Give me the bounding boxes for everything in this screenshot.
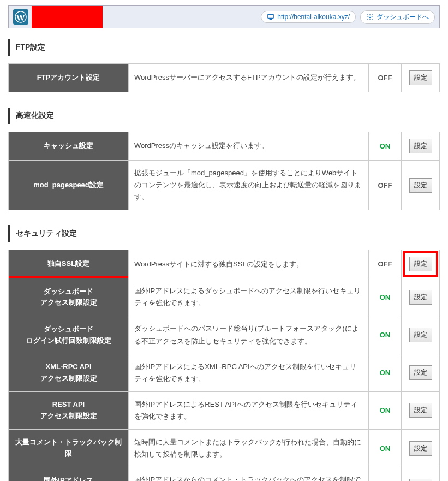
dashboard-link[interactable]: ダッシュボードへ xyxy=(377,13,429,22)
table-row: 大量コメント・トラックバック制限 短時間に大量コメントまたはトラックバックが行わ… xyxy=(9,430,440,467)
status-badge: OFF xyxy=(369,64,402,92)
ftp-table: FTPアカウント設定 WordPressサーバーにアクセスするFTPアカウントの… xyxy=(8,63,440,92)
row-desc: 国外IPアドレスによるREST APIへのアクセス制限を行いセキュリティを強化で… xyxy=(129,391,369,429)
status-badge: ON xyxy=(369,430,402,467)
row-desc: WordPressサイトに対する独自SSLの設定をします。 xyxy=(129,250,369,278)
row-desc: 短時間に大量コメントまたはトラックバックが行われた場合、自動的に検知して投稿を制… xyxy=(129,430,369,467)
status-badge: ON xyxy=(369,278,402,316)
status-badge: ON xyxy=(369,316,402,354)
row-desc: 国外IPアドレスによるダッシュボードへのアクセス制限を行いセキュリティを強化でき… xyxy=(129,278,369,316)
section-title-ftp: FTP設定 xyxy=(8,39,440,56)
table-row: XML-RPC APIアクセス制限設定 国外IPアドレスによるXML-RPC A… xyxy=(9,354,440,391)
status-badge: ON xyxy=(369,132,402,161)
settings-button[interactable]: 設定 xyxy=(409,479,432,481)
redacted-block xyxy=(32,6,103,28)
monitor-icon xyxy=(267,13,274,21)
table-row: FTPアカウント設定 WordPressサーバーにアクセスするFTPアカウントの… xyxy=(9,64,440,92)
status-badge: OFF xyxy=(369,161,402,210)
settings-button[interactable]: 設定 xyxy=(409,403,432,418)
settings-button[interactable]: 設定 xyxy=(409,290,432,305)
table-row: REST APIアクセス制限設定 国外IPアドレスによるREST APIへのアク… xyxy=(9,391,440,429)
settings-button[interactable]: 設定 xyxy=(409,257,432,271)
row-label: 独自SSL設定 xyxy=(9,250,129,278)
settings-button[interactable]: 設定 xyxy=(409,139,432,153)
row-desc: 国外IPアドレスによるXML-RPC APIへのアクセス制限を行いセキュリティを… xyxy=(129,354,369,391)
section-title-speed: 高速化設定 xyxy=(8,108,440,124)
settings-button[interactable]: 設定 xyxy=(409,441,432,456)
table-row: 国外IPアドレスコメント・トラックバック制限 国外IPアドレスからのコメント・ト… xyxy=(9,467,440,481)
row-label: 国外IPアドレスコメント・トラックバック制限 xyxy=(9,467,129,481)
row-desc: 国外IPアドレスからのコメント・トラックバックへのアクセスを制限できます。 xyxy=(129,467,369,481)
status-badge: OFF xyxy=(369,250,402,278)
gear-icon xyxy=(366,13,374,21)
row-desc: 拡張モジュール「mod_pagespeed」を使用することによりWebサイトのコ… xyxy=(129,161,369,210)
speed-table: キャッシュ設定 WordPressのキャッシュ設定を行います。 ON 設定 mo… xyxy=(8,132,440,210)
row-label: XML-RPC APIアクセス制限設定 xyxy=(9,354,129,391)
row-desc: ダッシュボードへのパスワード総当り(ブルートフォースアタック)による不正アクセス… xyxy=(129,316,369,354)
row-label: REST APIアクセス制限設定 xyxy=(9,391,129,429)
svg-rect-1 xyxy=(268,14,274,18)
row-label: FTPアカウント設定 xyxy=(9,64,129,92)
table-row: キャッシュ設定 WordPressのキャッシュ設定を行います。 ON 設定 xyxy=(9,132,440,161)
section-security: セキュリティ設定 独自SSL設定 WordPressサイトに対する独自SSLの設… xyxy=(8,225,440,481)
dashboard-pill[interactable]: ダッシュボードへ xyxy=(360,10,435,24)
row-label: ダッシュボードアクセス制限設定 xyxy=(9,278,129,316)
table-row: ダッシュボードアクセス制限設定 国外IPアドレスによるダッシュボードへのアクセス… xyxy=(9,278,440,316)
settings-button[interactable]: 設定 xyxy=(409,70,432,85)
row-desc: WordPressサーバーにアクセスするFTPアカウントの設定が行えます。 xyxy=(129,64,369,92)
table-row: 独自SSL設定 WordPressサイトに対する独自SSLの設定をします。 OF… xyxy=(9,250,440,278)
settings-button[interactable]: 設定 xyxy=(409,365,432,380)
status-badge: ON xyxy=(369,391,402,429)
settings-button[interactable]: 設定 xyxy=(409,178,432,193)
row-label: キャッシュ設定 xyxy=(9,132,129,161)
site-url-pill[interactable]: http://hentai-aikouka.xyz/ xyxy=(261,11,356,23)
section-title-security: セキュリティ設定 xyxy=(8,225,440,242)
status-badge: OFF xyxy=(369,467,402,481)
settings-button[interactable]: 設定 xyxy=(409,328,432,342)
row-label: mod_pagespeed設定 xyxy=(9,161,129,210)
row-label: 大量コメント・トラックバック制限 xyxy=(9,430,129,467)
site-url-link[interactable]: http://hentai-aikouka.xyz/ xyxy=(277,13,350,21)
security-table: 独自SSL設定 WordPressサイトに対する独自SSLの設定をします。 OF… xyxy=(8,250,440,481)
topbar: http://hentai-aikouka.xyz/ ダッシュボードへ xyxy=(8,5,440,28)
table-row: mod_pagespeed設定 拡張モジュール「mod_pagespeed」を使… xyxy=(9,161,440,210)
svg-point-2 xyxy=(369,16,371,18)
row-desc: WordPressのキャッシュ設定を行います。 xyxy=(129,132,369,161)
table-row: ダッシュボードログイン試行回数制限設定 ダッシュボードへのパスワード総当り(ブル… xyxy=(9,316,440,354)
row-label: ダッシュボードログイン試行回数制限設定 xyxy=(9,316,129,354)
section-ftp: FTP設定 FTPアカウント設定 WordPressサーバーにアクセスするFTP… xyxy=(8,39,440,92)
section-speed: 高速化設定 キャッシュ設定 WordPressのキャッシュ設定を行います。 ON… xyxy=(8,108,440,210)
status-badge: ON xyxy=(369,354,402,391)
wordpress-logo-icon xyxy=(13,9,28,25)
